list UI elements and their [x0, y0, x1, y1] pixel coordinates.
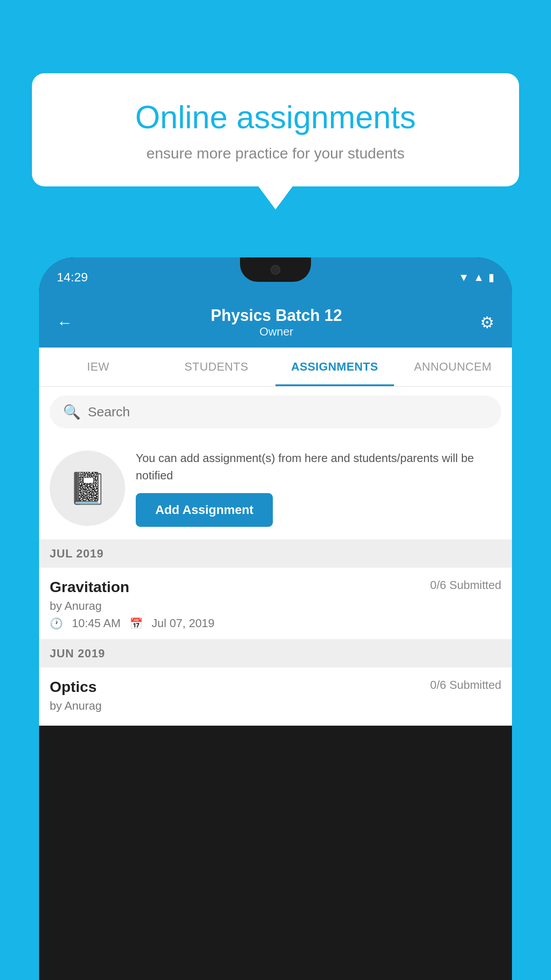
- add-assignment-section: 📓 You can add assignment(s) from here an…: [39, 437, 512, 540]
- section-header-jul: JUL 2019: [39, 540, 512, 568]
- assignment-description: You can add assignment(s) from here and …: [136, 450, 501, 484]
- wifi-icon: ▼: [458, 271, 469, 284]
- screen-content: 🔍 📓 You can add assignment(s) from here …: [39, 387, 512, 726]
- assignment-by-optics: by Anurag: [50, 699, 501, 713]
- assignment-time-gravitation: 10:45 AM: [72, 616, 121, 630]
- calendar-icon: 📅: [130, 617, 143, 630]
- assignment-by-gravitation: by Anurag: [50, 599, 501, 613]
- assignment-right: You can add assignment(s) from here and …: [136, 450, 501, 527]
- assignment-item-row: Gravitation 0/6 Submitted: [50, 578, 501, 596]
- tab-students[interactable]: STUDENTS: [157, 348, 276, 386]
- status-icons: ▼ ▲ ▮: [458, 271, 494, 284]
- app-header: ← Physics Batch 12 Owner ⚙: [39, 297, 512, 348]
- battery-icon: ▮: [488, 271, 494, 284]
- notebook-icon: 📓: [68, 470, 107, 506]
- phone-frame: 14:29 ▼ ▲ ▮ ← Physics Batch 12 Owner ⚙ I…: [39, 257, 512, 980]
- status-time: 14:29: [57, 270, 88, 285]
- header-center: Physics Batch 12 Owner: [211, 306, 342, 339]
- tab-announcements[interactable]: ANNOUNCEM: [394, 348, 512, 386]
- bubble-subtitle: ensure more practice for your students: [63, 145, 488, 162]
- tab-iew[interactable]: IEW: [39, 348, 157, 386]
- settings-button[interactable]: ⚙: [480, 313, 494, 332]
- camera-dot: [271, 265, 280, 275]
- tab-assignments[interactable]: ASSIGNMENTS: [276, 348, 394, 386]
- back-button[interactable]: ←: [57, 313, 73, 332]
- assignment-item-gravitation[interactable]: Gravitation 0/6 Submitted by Anurag 🕐 10…: [39, 568, 512, 640]
- speech-bubble: Online assignments ensure more practice …: [32, 73, 519, 186]
- add-assignment-button[interactable]: Add Assignment: [136, 493, 273, 527]
- search-input[interactable]: [88, 404, 488, 419]
- search-icon: 🔍: [63, 403, 81, 420]
- clock-icon: 🕐: [50, 617, 63, 630]
- status-bar: 14:29 ▼ ▲ ▮: [39, 257, 512, 297]
- tabs-bar: IEW STUDENTS ASSIGNMENTS ANNOUNCEM: [39, 348, 512, 387]
- assignment-date-gravitation: Jul 07, 2019: [152, 616, 215, 630]
- notch: [240, 257, 311, 282]
- assignment-time-row-gravitation: 🕐 10:45 AM 📅 Jul 07, 2019: [50, 616, 501, 630]
- assignment-submitted-optics: 0/6 Submitted: [430, 678, 501, 692]
- assignment-icon-circle: 📓: [50, 450, 125, 526]
- header-title: Physics Batch 12: [211, 306, 342, 325]
- header-subtitle: Owner: [211, 325, 342, 339]
- assignment-submitted-gravitation: 0/6 Submitted: [430, 578, 501, 592]
- signal-icon: ▲: [473, 271, 484, 284]
- bubble-title: Online assignments: [63, 100, 488, 135]
- search-bar[interactable]: 🔍: [50, 395, 501, 428]
- assignment-item-optics[interactable]: Optics 0/6 Submitted by Anurag: [39, 668, 512, 726]
- assignment-name-gravitation: Gravitation: [50, 578, 129, 596]
- section-header-jun: JUN 2019: [39, 640, 512, 668]
- assignment-name-optics: Optics: [50, 678, 97, 695]
- assignment-item-row-optics: Optics 0/6 Submitted: [50, 678, 501, 695]
